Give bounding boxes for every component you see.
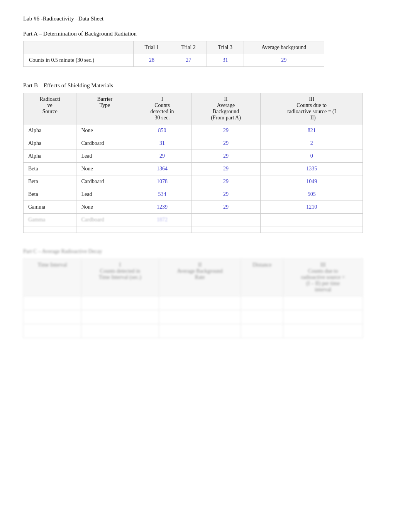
part-b-title: Part B – Effects of Shielding Materials	[23, 82, 387, 89]
avg-bg-cell	[191, 226, 261, 233]
partc-cell	[159, 310, 241, 324]
source-cell: Beta	[24, 175, 76, 188]
partb-col-3: IIICounts due toradioactive source = (I–…	[261, 93, 363, 124]
partb-col-barrier: BarrierType	[76, 93, 133, 124]
partb-col-1: ICountsdetected in30 sec.	[133, 93, 191, 124]
partc-cell	[81, 296, 159, 310]
table-row: AlphaLead29290	[24, 150, 363, 163]
partc-cell	[159, 324, 241, 338]
partc-col-0: Time Interval	[24, 259, 81, 296]
partc-cell	[159, 296, 241, 310]
col-header-empty	[24, 41, 134, 54]
barrier-cell	[76, 226, 133, 233]
partc-cell	[241, 310, 283, 324]
source-counts-cell	[261, 226, 363, 233]
table-row: Counts in 0.5 minute (30 sec.) 28 27 31 …	[24, 54, 324, 67]
source-cell: Beta	[24, 163, 76, 175]
source-counts-cell: 2	[261, 137, 363, 150]
partc-col-2: IIAverage BackgroundRate	[159, 259, 241, 296]
avg-val: 29	[244, 54, 324, 67]
counts-cell: 31	[133, 137, 191, 150]
counts-cell	[133, 226, 191, 233]
barrier-cell: Lead	[76, 150, 133, 163]
table-row: BetaCardboard1078291049	[24, 175, 363, 188]
part-c-title: Part C – Average Radioactive Decay	[23, 248, 387, 255]
avg-bg-cell: 29	[191, 201, 261, 214]
barrier-cell: Lead	[76, 188, 133, 201]
counts-cell: 1078	[133, 175, 191, 188]
table-row: BetaLead53429505	[24, 188, 363, 201]
table-row	[24, 324, 363, 338]
counts-cell: 850	[133, 124, 191, 137]
part-a-table: Trial 1 Trial 2 Trial 3 Average backgrou…	[23, 41, 324, 67]
partc-col-4: IIICounts due toradioactive source =(I –…	[283, 259, 363, 296]
part-a-title: Part A – Determination of Background Rad…	[23, 31, 387, 37]
partc-cell	[241, 296, 283, 310]
trial1-val: 28	[133, 54, 170, 67]
table-row: AlphaCardboard31292	[24, 137, 363, 150]
partc-cell	[283, 324, 363, 338]
table-row	[24, 226, 363, 233]
avg-bg-cell: 29	[191, 124, 261, 137]
avg-bg-cell: 29	[191, 150, 261, 163]
table-row: GammaCardboard1872	[24, 214, 363, 226]
source-cell	[24, 226, 76, 233]
partc-cell	[24, 296, 81, 310]
source-counts-cell: 821	[261, 124, 363, 137]
partc-cell	[81, 324, 159, 338]
source-counts-cell: 1210	[261, 201, 363, 214]
partc-col-1: ICounts detected inTime Interval (sec.)	[81, 259, 159, 296]
trial3-val: 31	[207, 54, 244, 67]
avg-bg-cell: 29	[191, 137, 261, 150]
avg-bg-cell	[191, 214, 261, 226]
barrier-cell: Cardboard	[76, 214, 133, 226]
row-label: Counts in 0.5 minute (30 sec.)	[24, 54, 134, 67]
source-counts-cell: 1335	[261, 163, 363, 175]
part-c-table: Time Interval ICounts detected inTime In…	[23, 258, 363, 338]
counts-cell: 29	[133, 150, 191, 163]
col-header-trial2: Trial 2	[170, 41, 207, 54]
source-counts-cell: 505	[261, 188, 363, 201]
page-title: Lab #6 -Radioactivity –Data Sheet	[23, 15, 387, 22]
partc-cell	[283, 310, 363, 324]
source-counts-cell: 0	[261, 150, 363, 163]
partc-col-3: Distance	[241, 259, 283, 296]
barrier-cell: None	[76, 201, 133, 214]
counts-cell: 1364	[133, 163, 191, 175]
col-header-trial3: Trial 3	[207, 41, 244, 54]
table-row: GammaNone1239291210	[24, 201, 363, 214]
avg-bg-cell: 29	[191, 175, 261, 188]
source-counts-cell	[261, 214, 363, 226]
partc-cell	[24, 324, 81, 338]
part-c-section: Part C – Average Radioactive Decay Time …	[23, 248, 387, 338]
table-row	[24, 310, 363, 324]
trial2-val: 27	[170, 54, 207, 67]
partb-col-2: IIAverageBackground(From part A)	[191, 93, 261, 124]
col-header-trial1: Trial 1	[133, 41, 170, 54]
source-cell: Alpha	[24, 124, 76, 137]
avg-bg-cell: 29	[191, 188, 261, 201]
table-row	[24, 296, 363, 310]
partc-cell	[24, 310, 81, 324]
counts-cell: 1872	[133, 214, 191, 226]
source-counts-cell: 1049	[261, 175, 363, 188]
source-cell: Gamma	[24, 201, 76, 214]
source-cell: Gamma	[24, 214, 76, 226]
part-b-table: RadioactiveSource BarrierType ICountsdet…	[23, 93, 363, 233]
partc-cell	[241, 324, 283, 338]
table-row: AlphaNone85029821	[24, 124, 363, 137]
barrier-cell: Cardboard	[76, 175, 133, 188]
avg-bg-cell: 29	[191, 163, 261, 175]
barrier-cell: None	[76, 163, 133, 175]
col-header-avg: Average background	[244, 41, 324, 54]
table-row: BetaNone1364291335	[24, 163, 363, 175]
partc-cell	[283, 296, 363, 310]
barrier-cell: None	[76, 124, 133, 137]
counts-cell: 534	[133, 188, 191, 201]
barrier-cell: Cardboard	[76, 137, 133, 150]
partc-cell	[81, 310, 159, 324]
source-cell: Alpha	[24, 137, 76, 150]
source-cell: Alpha	[24, 150, 76, 163]
counts-cell: 1239	[133, 201, 191, 214]
source-cell: Beta	[24, 188, 76, 201]
